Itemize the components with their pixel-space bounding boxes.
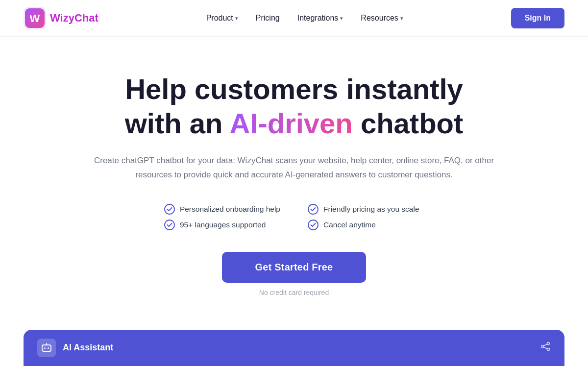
- feature-item-languages: 95+ languages supported: [164, 220, 280, 230]
- nav-item-integrations[interactable]: Integrations ▾: [297, 14, 343, 23]
- logo[interactable]: W WizyChat: [24, 7, 98, 29]
- share-icon[interactable]: [540, 341, 551, 354]
- svg-point-9: [48, 347, 49, 349]
- chevron-down-icon: ▾: [340, 15, 343, 22]
- feature-item-onboarding: Personalized onboarding help: [164, 204, 280, 215]
- svg-text:W: W: [30, 12, 40, 24]
- features-grid: Personalized onboarding help Friendly pr…: [164, 204, 424, 230]
- cta-wrapper: Get Started Free No credit card required: [222, 252, 367, 296]
- svg-point-5: [165, 220, 174, 230]
- check-icon: [164, 220, 175, 230]
- check-icon: [164, 204, 175, 215]
- logo-icon: W: [24, 7, 46, 29]
- svg-point-3: [165, 204, 174, 214]
- nav-item-resources[interactable]: Resources ▾: [361, 14, 403, 23]
- logo-text: WizyChat: [50, 12, 98, 24]
- hero-section: Help customers instantly with an AI-driv…: [0, 37, 588, 316]
- check-icon: [308, 204, 318, 215]
- svg-point-8: [44, 347, 46, 349]
- svg-point-6: [308, 220, 318, 230]
- ai-assistant-icon: [37, 339, 56, 357]
- svg-point-4: [308, 204, 318, 214]
- signin-button[interactable]: Sign In: [511, 8, 564, 28]
- nav-item-pricing[interactable]: Pricing: [256, 14, 280, 23]
- hero-heading: Help customers instantly with an AI-driv…: [125, 72, 464, 140]
- navbar: W WizyChat Product ▾ Pricing Integration…: [0, 0, 588, 37]
- feature-item-cancel: Cancel anytime: [308, 220, 424, 230]
- get-started-button[interactable]: Get Started Free: [222, 252, 367, 283]
- no-credit-card-text: No credit card required: [259, 289, 329, 296]
- svg-rect-7: [42, 345, 51, 351]
- feature-item-pricing: Friendly pricing as you scale: [308, 204, 424, 215]
- chevron-down-icon: ▾: [400, 15, 403, 22]
- ai-card-left: AI Assistant: [37, 339, 113, 357]
- hero-subtext: Create chatGPT chatbot for your data: Wi…: [93, 154, 495, 182]
- nav-item-product[interactable]: Product ▾: [206, 14, 238, 23]
- ai-assistant-title: AI Assistant: [63, 343, 113, 353]
- check-icon: [308, 220, 318, 230]
- ai-assistant-card: AI Assistant: [24, 330, 564, 366]
- nav-links: Product ▾ Pricing Integrations ▾ Resourc…: [206, 14, 403, 23]
- chevron-down-icon: ▾: [235, 15, 238, 22]
